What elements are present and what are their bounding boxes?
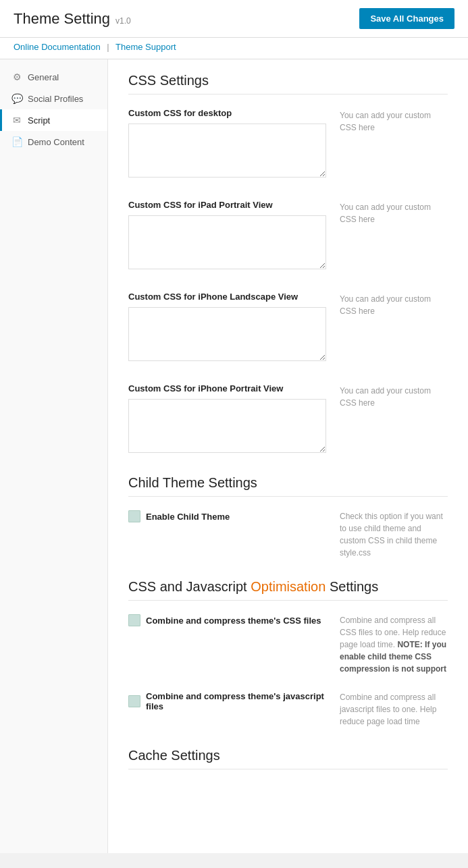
css-desktop-row: Custom CSS for desktop You can add your … — [128, 108, 448, 180]
css-desktop-label: Custom CSS for desktop — [128, 108, 326, 118]
combine-js-label: Combine and compress theme's javascript … — [146, 691, 326, 711]
sidebar-item-social[interactable]: 💬 Social Profiles — [0, 88, 107, 109]
main-layout: ⚙ General 💬 Social Profiles ✉ Script 📄 D… — [0, 59, 468, 853]
enable-child-theme-row: Enable Child Theme Check this option if … — [128, 510, 448, 559]
css-ipad-portrait-textarea[interactable] — [128, 215, 326, 269]
combine-js-left: Combine and compress theme's javascript … — [128, 691, 326, 711]
css-iphone-portrait-label: Custom CSS for iPhone Portrait View — [128, 383, 326, 394]
sidebar-item-script[interactable]: ✉ Script — [0, 109, 107, 131]
css-ipad-portrait-label: Custom CSS for iPad Portrait View — [128, 200, 326, 210]
css-section-title: CSS Settings — [128, 73, 448, 88]
gear-icon: ⚙ — [11, 72, 22, 82]
cache-divider — [128, 769, 448, 769]
optimisation-section-title: CSS and Javascript Optimisation Settings — [128, 579, 448, 595]
enable-child-theme-label: Enable Child Theme — [146, 512, 230, 522]
css-iphone-portrait-textarea[interactable] — [128, 399, 326, 453]
css-desktop-field: Custom CSS for desktop — [128, 108, 326, 180]
combine-css-checkbox[interactable] — [128, 614, 140, 626]
combine-css-label: Combine and compress theme's CSS files — [146, 616, 321, 626]
combine-css-note: NOTE: If you enable child theme CSS comp… — [340, 640, 446, 674]
css-iphone-landscape-hint: You can add your custom CSS here — [340, 292, 448, 317]
sidebar-label-script: Script — [28, 115, 50, 126]
css-desktop-hint: You can add your custom CSS here — [340, 108, 448, 134]
combine-js-row: Combine and compress theme's javascript … — [128, 691, 448, 728]
online-doc-link[interactable]: Online Documentation — [14, 42, 101, 52]
combine-js-hint: Combine and compress all javascript file… — [340, 691, 448, 728]
css-iphone-portrait-field: Custom CSS for iPhone Portrait View — [128, 383, 326, 455]
css-iphone-portrait-hint: You can add your custom CSS here — [340, 383, 448, 409]
main-content: CSS Settings Custom CSS for desktop You … — [108, 59, 468, 853]
css-iphone-portrait-row: Custom CSS for iPhone Portrait View You … — [128, 383, 448, 455]
css-iphone-landscape-label: Custom CSS for iPhone Landscape View — [128, 292, 326, 302]
enable-child-theme-checkbox[interactable] — [128, 510, 140, 522]
header-left: Theme Setting v1.0 — [14, 10, 131, 28]
child-theme-divider — [128, 496, 448, 497]
cache-section-title: Cache Settings — [128, 748, 448, 763]
css-ipad-portrait-row: Custom CSS for iPad Portrait View You ca… — [128, 200, 448, 271]
sidebar-item-demo[interactable]: 📄 Demo Content — [0, 131, 107, 153]
combine-css-hint: Combine and compress all CSS files to on… — [340, 614, 448, 675]
version-badge: v1.0 — [115, 16, 131, 26]
demo-icon: 📄 — [11, 136, 22, 147]
sidebar-label-demo: Demo Content — [28, 137, 84, 147]
css-iphone-landscape-textarea[interactable] — [128, 307, 326, 361]
save-all-button[interactable]: Save All Changes — [359, 8, 454, 29]
sidebar: ⚙ General 💬 Social Profiles ✉ Script 📄 D… — [0, 59, 108, 853]
css-ipad-portrait-hint: You can add your custom CSS here — [340, 200, 448, 225]
theme-support-link[interactable]: Theme Support — [115, 42, 176, 52]
sidebar-item-general[interactable]: ⚙ General — [0, 66, 107, 88]
sidebar-label-social: Social Profiles — [28, 94, 83, 104]
enable-child-theme-hint: Check this option if you want to use chi… — [340, 510, 448, 559]
page-title: Theme Setting — [14, 10, 110, 28]
header: Theme Setting v1.0 Save All Changes — [0, 0, 468, 38]
links-separator: | — [107, 42, 109, 52]
enable-child-theme-left: Enable Child Theme — [128, 510, 326, 522]
links-row: Online Documentation | Theme Support — [0, 38, 468, 59]
css-section-divider — [128, 94, 448, 94]
combine-js-checkbox[interactable] — [128, 695, 140, 707]
optimisation-divider — [128, 600, 448, 601]
css-iphone-landscape-field: Custom CSS for iPhone Landscape View — [128, 292, 326, 363]
sidebar-label-general: General — [28, 72, 59, 82]
social-icon: 💬 — [11, 93, 22, 104]
combine-css-row: Combine and compress theme's CSS files C… — [128, 614, 448, 675]
css-ipad-portrait-field: Custom CSS for iPad Portrait View — [128, 200, 326, 271]
css-iphone-landscape-row: Custom CSS for iPhone Landscape View You… — [128, 292, 448, 363]
script-icon: ✉ — [11, 115, 22, 126]
combine-css-left: Combine and compress theme's CSS files — [128, 614, 326, 626]
child-theme-section-title: Child Theme Settings — [128, 475, 448, 491]
css-desktop-textarea[interactable] — [128, 124, 326, 178]
